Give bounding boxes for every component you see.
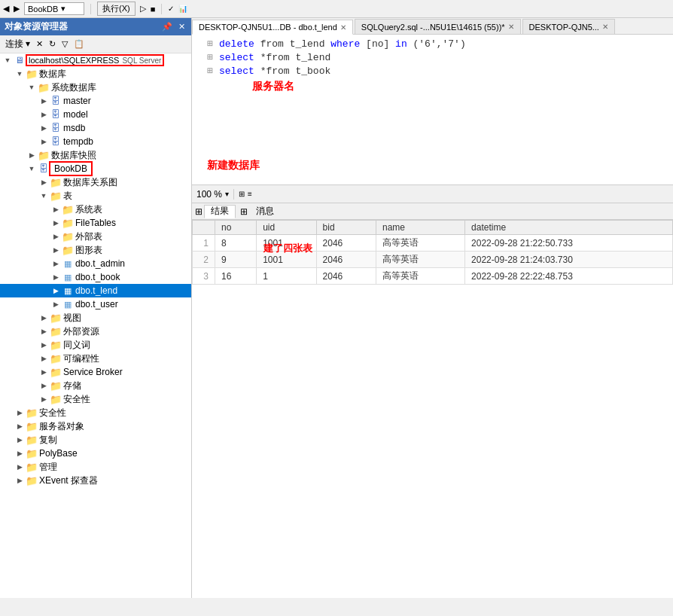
expander-graph-tables[interactable]: ▶ xyxy=(50,244,62,256)
refresh-btn[interactable]: ↻ xyxy=(47,38,58,50)
results-text-btn[interactable]: ≡ xyxy=(248,190,252,198)
expander-bookdb-security[interactable]: ▶ xyxy=(38,393,50,405)
tree-item-master[interactable]: ▶ 🗄 master xyxy=(0,94,191,108)
tab-close-t-lend[interactable]: ✕ xyxy=(340,23,346,32)
expander-replication[interactable]: ▶ xyxy=(14,434,26,446)
tree-item-sys-tables[interactable]: ▶ 📁 系统表 xyxy=(0,203,191,216)
tree-item-model[interactable]: ▶ 🗄 model xyxy=(0,108,191,121)
tree-item-graph-tables[interactable]: ▶ 📁 图形表 xyxy=(0,243,191,257)
expander-polybase[interactable]: ▶ xyxy=(14,447,26,459)
expander-system-dbs[interactable]: ▼ xyxy=(26,81,38,93)
expander-security[interactable]: ▶ xyxy=(14,407,26,419)
execute-btn[interactable]: 执行(X) xyxy=(97,2,136,16)
pin-btn[interactable]: 📌 xyxy=(160,21,174,32)
expander-t-lend[interactable]: ▶ xyxy=(50,285,62,297)
expander-t-user[interactable]: ▶ xyxy=(50,298,62,310)
tree-item-management[interactable]: ▶ 📁 管理 xyxy=(0,460,191,474)
results-grid-btn[interactable]: ⊞ xyxy=(239,190,245,198)
expander-ext-res[interactable]: ▶ xyxy=(38,325,50,337)
expander-management[interactable]: ▶ xyxy=(14,461,26,473)
tree-item-t-lend[interactable]: ▶ ▦ dbo.t_lend xyxy=(0,284,191,297)
expander-tables[interactable]: ▼ xyxy=(38,190,50,202)
tree-item-diagrams[interactable]: ▶ 📁 数据库关系图 xyxy=(0,175,191,189)
tree-item-filetables[interactable]: ▶ 📁 FileTables xyxy=(0,216,191,230)
tree-item-tables[interactable]: ▼ 📁 表 xyxy=(0,189,191,203)
forward-btn[interactable]: ▶ xyxy=(14,4,20,14)
tree-container[interactable]: ▼ 🖥 localhost\SQLEXPRESS SQL Server ▼ 📁 … xyxy=(0,53,191,598)
expander-t-admin[interactable]: ▶ xyxy=(50,258,62,270)
tab-desktop-qjn[interactable]: DESKTOP-QJN5... ✕ xyxy=(522,19,615,34)
tree-item-t-book[interactable]: ▶ ▦ dbo.t_book xyxy=(0,270,191,284)
tab-sqlquery2[interactable]: SQLQuery2.sql -...N5U1E\14615 (55))* ✕ xyxy=(355,19,521,34)
tree-item-databases[interactable]: ▼ 📁 数据库 xyxy=(0,67,191,81)
tree-item-msdb[interactable]: ▶ 🗄 msdb xyxy=(0,121,191,135)
back-btn[interactable]: ◀ xyxy=(3,4,9,14)
expander-views[interactable]: ▶ xyxy=(38,312,50,324)
tree-item-polybase[interactable]: ▶ 📁 PolyBase xyxy=(0,447,191,460)
tree-item-storage[interactable]: ▶ 📁 存储 xyxy=(0,379,191,392)
tree-item-programmability[interactable]: ▶ 📁 可编程性 xyxy=(0,352,191,365)
zoom-dropdown-btn[interactable]: ▾ xyxy=(225,190,229,198)
tree-item-tempdb[interactable]: ▶ 🗄 tempdb xyxy=(0,135,191,148)
tree-item-xevent[interactable]: ▶ 📁 XEvent 探查器 xyxy=(0,474,191,487)
tab-t-lend[interactable]: DESKTOP-QJN5U1...DB - dbo.t_lend ✕ xyxy=(192,20,353,35)
table-t-user-icon: ▦ xyxy=(62,298,74,310)
connect-btn[interactable]: 连接 ▾ xyxy=(3,37,32,51)
tree-item-db-snapshots[interactable]: ▶ 📁 数据库快照 xyxy=(0,148,191,162)
expander-databases[interactable]: ▼ xyxy=(14,68,26,80)
tree-item-synonyms[interactable]: ▶ 📁 同义词 xyxy=(0,338,191,352)
tree-item-server[interactable]: ▼ 🖥 localhost\SQLEXPRESS SQL Server xyxy=(0,53,191,67)
expander-msdb[interactable]: ▶ xyxy=(38,122,50,134)
tab-close-sqlquery2[interactable]: ✕ xyxy=(508,23,514,31)
expander-synonyms[interactable]: ▶ xyxy=(38,339,50,351)
expander-master[interactable]: ▶ xyxy=(38,95,50,107)
msdb-label: msdb xyxy=(63,123,85,133)
table-t-book-icon: ▦ xyxy=(62,271,74,283)
tree-item-server-objects[interactable]: ▶ 📁 服务器对象 xyxy=(0,419,191,433)
expander-xevent[interactable]: ▶ xyxy=(14,474,26,486)
folder-xevent-icon: 📁 xyxy=(26,474,38,486)
expander-sys-tables[interactable]: ▶ xyxy=(50,203,62,215)
disconnect-btn[interactable]: ✕ xyxy=(34,38,45,50)
results-tab-messages[interactable]: 消息 xyxy=(249,205,281,218)
tree-item-t-user[interactable]: ▶ ▦ dbo.t_user xyxy=(0,297,191,311)
expander-service-broker[interactable]: ▶ xyxy=(38,366,50,378)
expander-diagrams[interactable]: ▶ xyxy=(38,176,50,188)
stop-btn[interactable]: ■ xyxy=(151,5,156,14)
expander-filetables[interactable]: ▶ xyxy=(50,217,62,229)
expander-ext-tables[interactable]: ▶ xyxy=(50,230,62,242)
tree-item-t-admin[interactable]: ▶ ▦ dbo.t_admin xyxy=(0,257,191,270)
tree-item-system-dbs[interactable]: ▼ 📁 系统数据库 xyxy=(0,81,191,94)
tree-item-ext-res[interactable]: ▶ 📁 外部资源 xyxy=(0,325,191,338)
expander-tempdb[interactable]: ▶ xyxy=(38,136,50,148)
tree-item-security[interactable]: ▶ 📁 安全性 xyxy=(0,406,191,419)
tree-item-views[interactable]: ▶ 📁 视图 xyxy=(0,311,191,325)
expander-programmability[interactable]: ▶ xyxy=(38,352,50,364)
tab-close-desktop[interactable]: ✕ xyxy=(602,23,608,31)
system-dbs-label: 系统数据库 xyxy=(51,81,96,94)
code-editor[interactable]: ⊞ delete from t_lend where [no] in ('6',… xyxy=(192,35,673,185)
showplan-btn[interactable]: 📊 xyxy=(178,5,187,13)
debug-btn[interactable]: ▷ xyxy=(140,4,146,14)
db-selector[interactable]: BookDB ▾ xyxy=(24,2,84,15)
tree-item-bookdb[interactable]: ▼ 🗄 BookDB xyxy=(0,162,191,175)
tree-item-replication[interactable]: ▶ 📁 复制 xyxy=(0,433,191,447)
expander-storage[interactable]: ▶ xyxy=(38,380,50,392)
filter-btn[interactable]: ▽ xyxy=(59,38,70,50)
close-panel-btn[interactable]: ✕ xyxy=(177,21,187,32)
table-row: 3 16 1 2046 高等英语 2022-09-28 22:22:48.753 xyxy=(193,268,673,285)
summary-btn[interactable]: 📋 xyxy=(72,38,87,50)
expander-server-objects[interactable]: ▶ xyxy=(14,420,26,432)
tree-item-bookdb-security[interactable]: ▶ 📁 安全性 xyxy=(0,392,191,406)
expander-model[interactable]: ▶ xyxy=(38,108,50,120)
parse-btn[interactable]: ✓ xyxy=(168,5,174,13)
expander-server[interactable]: ▼ xyxy=(2,54,14,66)
expander-t-book[interactable]: ▶ xyxy=(50,271,62,283)
expander-db-snapshots[interactable]: ▶ xyxy=(26,149,38,161)
expander-bookdb[interactable]: ▼ xyxy=(26,163,38,175)
right-panel: DESKTOP-QJN5U1...DB - dbo.t_lend ✕ SQLQu… xyxy=(192,18,673,598)
tree-item-ext-tables[interactable]: ▶ 📁 外部表 xyxy=(0,230,191,243)
tree-item-service-broker[interactable]: ▶ 📁 Service Broker xyxy=(0,365,191,379)
results-tab-results[interactable]: 结果 xyxy=(204,205,236,218)
results-table-wrap[interactable]: no uid bid name datetime 1 8 1001 2046 高… xyxy=(192,220,673,598)
